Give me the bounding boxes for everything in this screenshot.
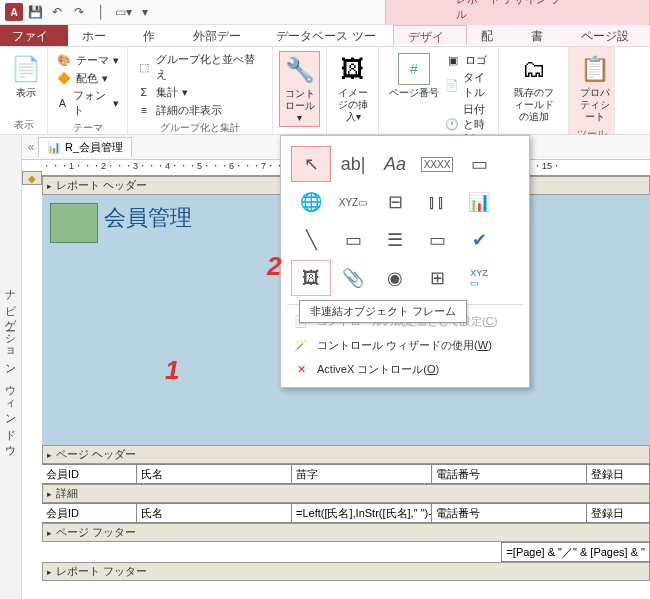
ribbon-group-property: 📋 プロパティシート ツール	[569, 47, 615, 134]
view-button[interactable]: 📄 表示	[6, 51, 46, 101]
redo-icon[interactable]: ↷	[71, 4, 87, 20]
ribbon-group-image: 🖼 イメージの挿入▾	[327, 47, 379, 134]
tab-pagesetup[interactable]: ページ設定	[567, 25, 650, 46]
option-group-control[interactable]: ⊟	[375, 184, 415, 220]
tab-create[interactable]: 作成	[129, 25, 179, 46]
contextual-tab-label: レポート デザイン ツール	[385, 0, 650, 25]
annotation-1: 1	[165, 355, 179, 386]
undo-icon[interactable]: ↶	[49, 4, 65, 20]
section-bar-page-header[interactable]: ページ ヘッダー	[42, 445, 650, 464]
bound-object-frame-control[interactable]: XYZ▭	[459, 260, 499, 296]
line-control[interactable]: ╲	[291, 222, 331, 258]
tab-file[interactable]: ファイル	[0, 25, 68, 46]
textbox[interactable]: 会員ID	[42, 504, 137, 522]
use-control-wizards-menu[interactable]: 🪄 コントロール ウィザードの使用(W)	[287, 333, 523, 357]
pointer-icon: ↖	[304, 153, 319, 175]
textbox[interactable]: 電話番号	[432, 504, 587, 522]
section-detail[interactable]: 会員ID 氏名 =Left([氏名],InStr([氏名]," ")-1) 電話…	[42, 503, 650, 523]
logo-placeholder[interactable]	[50, 203, 98, 243]
rectangle-control[interactable]: ▭	[417, 222, 457, 258]
controls-button[interactable]: 🔧 コントロール▾	[279, 51, 320, 127]
object-icon[interactable]: ▭▾	[115, 4, 131, 20]
nav-icon: XYZ▭	[339, 197, 367, 208]
property-sheet-icon: 📋	[579, 53, 611, 85]
colors-button[interactable]: 🔶配色▾	[54, 69, 121, 87]
hide-details-button[interactable]: ≡詳細の非表示	[134, 101, 266, 119]
section-page-header[interactable]: 会員ID 氏名 苗字 電話番号 登録日	[42, 464, 650, 484]
qat-customize-icon[interactable]: ▾	[137, 4, 153, 20]
save-icon[interactable]: 💾	[27, 4, 43, 20]
ribbon-group-header-footer: # ページ番号 ▣ロゴ 📄タイトル 🕐日付と時刻	[379, 47, 499, 134]
view-icon: 📄	[10, 53, 42, 85]
report-title-label[interactable]: 会員管理	[104, 203, 192, 233]
hyperlink-control[interactable]: 🌐	[291, 184, 331, 220]
section-bar-detail[interactable]: 詳細	[42, 484, 650, 503]
subform-control[interactable]: ⊞	[417, 260, 457, 296]
ribbon-tabs: ファイル ホーム 作成 外部データ データベース ツール デザイン 配置 書式 …	[0, 25, 650, 47]
group-sort-button[interactable]: ⬚グループ化と並べ替え	[134, 51, 266, 83]
title-bar: A 💾 ↶ ↷ │ ▭▾ ▾ レポート デザイン ツール	[0, 0, 650, 25]
page-number-icon: #	[398, 53, 430, 85]
ribbon-group-grouping: ⬚グループ化と並べ替え Σ集計▾ ≡詳細の非表示 グループ化と集計	[128, 47, 273, 134]
chart-control[interactable]: 📊	[459, 184, 499, 220]
fonts-icon: A	[56, 95, 69, 111]
textbox[interactable]: 登録日	[587, 504, 650, 522]
existing-fields-button[interactable]: 🗂 既存のフィールドの追加	[505, 51, 562, 125]
section-page-footer[interactable]: =[Page] & "／" & [Pages] & "	[42, 542, 650, 562]
checkbox-control[interactable]: ✔	[459, 222, 499, 258]
title-button[interactable]: 📄タイトル	[443, 69, 492, 101]
activex-controls-menu[interactable]: ✕ ActiveX コントロール(O)	[287, 357, 523, 381]
label-control[interactable]: Aa	[375, 146, 415, 182]
button-control[interactable]: XXXX	[417, 146, 457, 182]
toggle-button-control[interactable]: ▭	[333, 222, 373, 258]
totals-button[interactable]: Σ集計▾	[134, 83, 266, 101]
select-tool[interactable]: ↖	[291, 146, 331, 182]
insert-image-button[interactable]: 🖼 イメージの挿入▾	[333, 51, 373, 125]
tab-dbtools[interactable]: データベース ツール	[262, 25, 392, 46]
textbox[interactable]: 氏名	[137, 504, 292, 522]
report-icon: 📊	[47, 141, 61, 154]
themes-button[interactable]: 🎨テーマ▾	[54, 51, 121, 69]
tab-icon: ▭	[471, 153, 488, 175]
textbox-control[interactable]: ab|	[333, 146, 373, 182]
section-bar-report-footer[interactable]: レポート フッター	[42, 562, 650, 581]
attachment-control[interactable]: 📎	[333, 260, 373, 296]
activex-icon: ✕	[293, 361, 309, 377]
fonts-button[interactable]: Aフォント▾	[54, 87, 121, 119]
button-icon: XXXX	[421, 157, 454, 172]
property-sheet-button[interactable]: 📋 プロパティシート	[575, 51, 615, 125]
wizard-icon: 🪄	[293, 337, 309, 353]
section-selector-report-header[interactable]: ◆	[22, 171, 42, 185]
annotation-2: 2	[267, 251, 281, 282]
listbox-control[interactable]: ☰	[375, 222, 415, 258]
label[interactable]: 氏名	[137, 465, 292, 483]
tab-external[interactable]: 外部データ	[179, 25, 262, 46]
option-button-control[interactable]: ◉	[375, 260, 415, 296]
tab-arrange[interactable]: 配置	[467, 25, 517, 46]
logo-button[interactable]: ▣ロゴ	[443, 51, 492, 69]
group-sort-icon: ⬚	[136, 59, 152, 75]
tab-format[interactable]: 書式	[517, 25, 567, 46]
page-number-button[interactable]: # ページ番号	[385, 51, 443, 101]
label[interactable]: 電話番号	[432, 465, 587, 483]
label[interactable]: 会員ID	[42, 465, 137, 483]
toggle-icon: ▭	[345, 229, 362, 251]
bound-object-icon: XYZ▭	[470, 268, 488, 288]
section-bar-page-footer[interactable]: ページ フッター	[42, 523, 650, 542]
label[interactable]: 苗字	[292, 465, 432, 483]
tab-scroll-left-icon[interactable]: «	[24, 140, 38, 154]
tab-home[interactable]: ホーム	[68, 25, 129, 46]
page-break-control[interactable]: ⫿⫿	[417, 184, 457, 220]
textbox[interactable]: =Left([氏名],InStr([氏名]," ")-1)	[292, 504, 432, 522]
label[interactable]: 登録日	[587, 465, 650, 483]
ribbon-group-view: 📄 表示 表示	[0, 47, 48, 134]
navigation-pane-collapsed[interactable]: ナビゲーション ウィンドウ	[0, 135, 22, 599]
option-group-icon: ⊟	[388, 191, 403, 213]
page-number-textbox[interactable]: =[Page] & "／" & [Pages] & "	[501, 542, 650, 562]
unbound-object-frame-control[interactable]: 🖼	[291, 260, 331, 296]
tab-design[interactable]: デザイン	[393, 25, 467, 46]
navigation-control[interactable]: XYZ▭	[333, 184, 373, 220]
sigma-icon: Σ	[136, 84, 152, 100]
report-tab-item[interactable]: 📊 R_会員管理	[38, 137, 132, 157]
tab-control[interactable]: ▭	[459, 146, 499, 182]
